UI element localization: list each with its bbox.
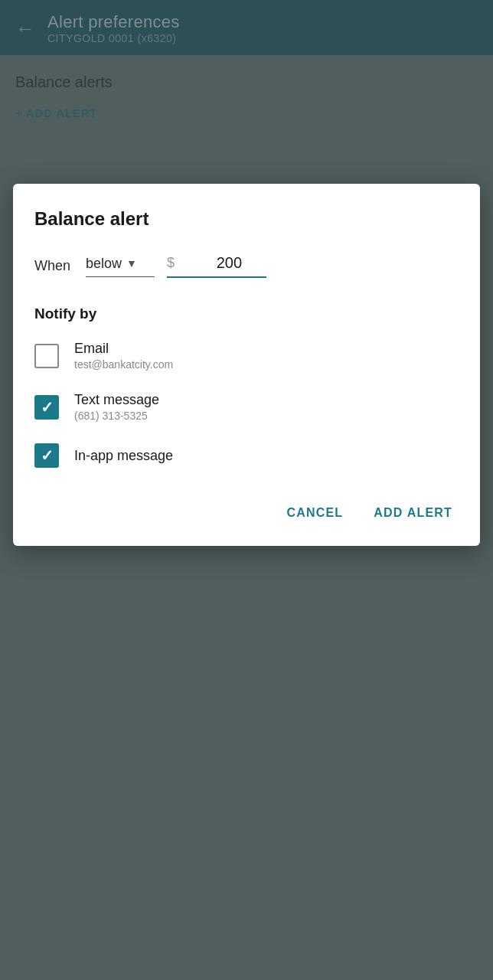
- when-label: When: [34, 258, 70, 274]
- overlay: Balance alert When below ▼ $ 200 Notify …: [0, 0, 493, 980]
- inapp-message-label: In-app message: [74, 448, 173, 464]
- balance-alert-dialog: Balance alert When below ▼ $ 200 Notify …: [13, 184, 480, 546]
- email-option: Email test@bankatcity.com: [34, 341, 459, 371]
- phone-number: (681) 313-5325: [74, 410, 159, 422]
- condition-value: below: [86, 256, 122, 272]
- email-label: Email: [74, 341, 173, 357]
- when-row: When below ▼ $ 200: [34, 254, 459, 278]
- dialog-actions: CANCEL ADD ALERT: [34, 489, 459, 528]
- inapp-message-option: ✓ In-app message: [34, 443, 459, 468]
- add-alert-button[interactable]: ADD ALERT: [367, 498, 459, 528]
- amount-value[interactable]: 200: [181, 254, 242, 272]
- checkmark-icon: ✓: [41, 400, 54, 415]
- checkmark-icon-2: ✓: [41, 448, 54, 463]
- email-address: test@bankatcity.com: [74, 358, 173, 371]
- text-message-option: ✓ Text message (681) 313-5325: [34, 392, 459, 422]
- email-checkbox[interactable]: [34, 344, 59, 368]
- currency-symbol: $: [167, 255, 175, 271]
- inapp-message-checkbox[interactable]: ✓: [34, 443, 59, 468]
- dialog-title: Balance alert: [34, 208, 459, 230]
- notify-by-label: Notify by: [34, 305, 459, 322]
- amount-input-row: $ 200: [167, 254, 266, 278]
- text-message-checkbox[interactable]: ✓: [34, 395, 59, 420]
- text-message-label: Text message: [74, 392, 159, 408]
- condition-dropdown[interactable]: below ▼: [86, 256, 155, 277]
- chevron-down-icon: ▼: [126, 257, 137, 270]
- cancel-button[interactable]: CANCEL: [280, 498, 349, 528]
